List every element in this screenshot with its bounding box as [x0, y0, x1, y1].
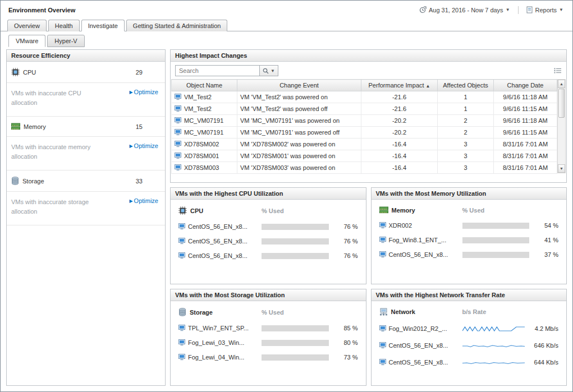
util-row[interactable]: CentOS_56_EN_x8... 76 % [171, 234, 366, 248]
table-row[interactable]: MC_VM07191 VM 'MC_VM07191' was powered o… [172, 115, 557, 127]
resource-label: CPU [190, 207, 203, 214]
util-row[interactable]: CentOS_56_EN_x8... 76 % [171, 248, 366, 263]
vm-icon [175, 94, 181, 100]
tab-label: Investigate [88, 22, 118, 29]
util-row[interactable]: Fog_Win2012_R2_... 4.2 Mb/s [372, 320, 567, 337]
metric-label: % Used [462, 207, 485, 214]
optimize-memory-link[interactable]: ▶Optimize [129, 142, 161, 149]
memory-utilization-panel: VMs with the Most Memory Utilization Mem… [371, 187, 567, 284]
scrollbar-track[interactable] [558, 118, 565, 164]
vm-icon [379, 251, 386, 258]
column-header-affected-objects[interactable]: Affected Objects [438, 80, 494, 91]
util-row[interactable]: CentOS_56_EN_x8... 644 Kb/s [372, 354, 567, 371]
subtab-label: VMware [16, 38, 38, 44]
content-area: Resource Efficiency CPU 29 VMs with inac… [1, 47, 572, 391]
tab-overview[interactable]: Overview [7, 20, 47, 31]
object-name: VM_Test2 [184, 105, 212, 112]
affected-objects: 3 [438, 150, 494, 162]
reports-button[interactable]: Reports ▼ [524, 5, 566, 15]
vm-icon [379, 222, 386, 229]
subtab-hyperv[interactable]: Hyper-V [47, 35, 84, 47]
table-row[interactable]: MC_VM07191 VM 'MC_VM07191' was powered o… [172, 127, 557, 139]
table-customizer-button[interactable] [554, 67, 562, 74]
resource-row-memory[interactable]: Memory 15 [7, 117, 165, 137]
tab-label: Overview [14, 22, 40, 29]
util-row[interactable]: CentOS_56_EN_x8... 646 Kb/s [372, 337, 567, 354]
table-row[interactable]: XD78SM002 VM 'XD78SM002' was powered on … [172, 139, 557, 150]
vm-icon [175, 129, 181, 136]
cpu-panel-header: CPU % Used [171, 200, 366, 219]
change-event: VM 'XD78SM003' was powered on [237, 162, 361, 174]
column-label: Change Date [507, 82, 544, 89]
vm-icon [175, 153, 181, 159]
usage-value: 54 % [529, 222, 558, 229]
util-row[interactable]: Fog_Lewi_03_Win... 80 % [171, 335, 366, 350]
metric-label: b/s Rate [462, 308, 487, 315]
tab-health[interactable]: Health [48, 20, 80, 31]
performance-impact: -21.6 [361, 91, 438, 103]
metric-label: % Used [262, 207, 284, 214]
table-row[interactable]: XD78SM001 VM 'XD78SM001' was powered on … [172, 150, 557, 162]
resource-count: 15 [136, 123, 161, 130]
column-header-object-name[interactable]: Object Name [172, 80, 237, 91]
change-event: VM 'XD78SM001' was powered on [237, 150, 361, 162]
time-range-selector[interactable]: Aug 31, 2016 - Now 7 days ▼ [417, 5, 512, 15]
note-text: VMs with inaccurate CPU allocation [11, 89, 95, 107]
rate-value: 646 Kb/s [525, 342, 558, 349]
vertical-scrollbar[interactable]: ▲ ▼ [557, 79, 566, 173]
resource-label: Memory [392, 207, 415, 214]
report-document-icon [526, 6, 533, 13]
resource-label: Storage [190, 309, 213, 316]
resource-row-storage[interactable]: Storage 33 [7, 170, 165, 192]
util-row[interactable]: CentOS_56_EN_x8... 37 % [372, 247, 567, 262]
scroll-down-button[interactable]: ▼ [558, 164, 565, 173]
util-row[interactable]: Fog_Lewi_04_Win... 73 % [171, 350, 366, 365]
performance-impact: -16.4 [361, 139, 438, 150]
util-row[interactable]: TPL_Win7_ENT_SP... 85 % [171, 321, 366, 335]
vm-icon [178, 252, 185, 259]
util-row[interactable]: Fog_Win8.1_ENT_... 41 % [372, 233, 567, 247]
usage-bar [462, 252, 530, 258]
affected-objects: 3 [438, 162, 494, 174]
search-input[interactable] [175, 65, 259, 76]
optimize-label: Optimize [134, 89, 158, 95]
vm-icon [178, 354, 185, 361]
scroll-up-button[interactable]: ▲ [558, 80, 565, 88]
highest-impact-changes-panel: Highest Impact Changes ▼ [170, 49, 567, 183]
optimize-arrow-icon: ▶ [129, 90, 132, 95]
affected-objects: 1 [438, 103, 494, 115]
column-header-change-event[interactable]: Change Event [237, 80, 361, 91]
change-date: 8/31/16 7:01 AM [494, 150, 557, 162]
tab-getting-started[interactable]: Getting Started & Administration [126, 20, 228, 31]
affected-objects: 2 [438, 115, 494, 127]
optimize-cpu-link[interactable]: ▶Optimize [129, 89, 161, 95]
change-event: VM 'VM_Test2' was powered on [237, 91, 361, 103]
panel-title: VMs with the Highest Network Transfer Ra… [372, 289, 567, 301]
subtab-vmware[interactable]: VMware [8, 35, 45, 47]
table-row[interactable]: XD78SM003 VM 'XD78SM003' was powered on … [172, 162, 557, 174]
change-date: 8/31/16 7:01 AM [494, 162, 557, 174]
vm-name: Fog_Win8.1_ENT_... [389, 237, 447, 243]
table-row[interactable]: VM_Test2 VM 'VM_Test2' was powered off -… [172, 103, 557, 115]
column-header-change-date[interactable]: Change Date [494, 80, 557, 91]
tab-investigate[interactable]: Investigate [81, 20, 125, 31]
scrollbar-thumb[interactable] [558, 89, 565, 118]
vm-icon [178, 339, 185, 346]
change-event: VM 'VM_Test2' was powered off [237, 103, 361, 115]
resource-row-cpu[interactable]: CPU 29 [7, 62, 165, 83]
subtab-label: Hyper-V [54, 38, 77, 44]
usage-value: 85 % [329, 325, 358, 331]
column-header-performance-impact[interactable]: Performance Impact▲ [361, 80, 438, 91]
vm-icon [178, 238, 185, 245]
search-dropdown-button[interactable]: ▼ [259, 65, 278, 76]
util-row[interactable]: CentOS_56_EN_x8... 76 % [171, 219, 366, 234]
network-sparkline [462, 358, 525, 367]
storage-utilization-panel: VMs with the Most Storage Utilization St… [170, 289, 366, 386]
rate-value: 644 Kb/s [525, 359, 558, 366]
memory-panel-header: Memory % Used [372, 200, 567, 218]
change-date: 8/31/16 7:01 AM [494, 139, 557, 150]
optimize-storage-link[interactable]: ▶Optimize [129, 197, 161, 204]
util-row[interactable]: XDR002 54 % [372, 218, 567, 233]
table-row[interactable]: VM_Test2 VM 'VM_Test2' was powered on -2… [172, 91, 557, 103]
vm-name: XDR002 [389, 222, 412, 229]
